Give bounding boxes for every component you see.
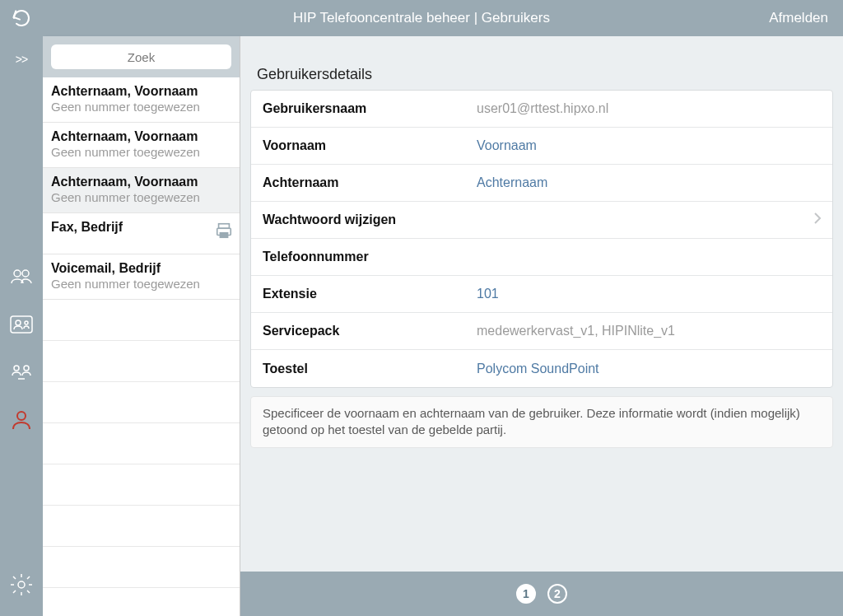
search-bar: [43, 36, 240, 77]
svg-point-1: [22, 270, 29, 277]
row-change-password[interactable]: Wachtwoord wijzigen: [251, 202, 832, 239]
list-item[interactable]: Fax, Bedrijf: [43, 213, 240, 254]
top-bar: HIP Telefooncentrale beheer | Gebruikers…: [0, 0, 843, 36]
search-input[interactable]: [51, 44, 231, 69]
pager-1[interactable]: 1: [516, 584, 536, 604]
row-phone: Telefoonnummer: [251, 239, 832, 276]
row-label: Extensie: [263, 287, 477, 301]
row-username: Gebruikersnaam user01@rttest.hipxo.nl: [251, 91, 832, 128]
nav-settings[interactable]: [8, 572, 35, 601]
row-label: Gebruikersnaam: [263, 101, 477, 116]
list-item-empty: [43, 464, 240, 506]
row-label: Achternaam: [263, 175, 477, 190]
list-item-empty: [43, 300, 240, 341]
row-label: Wachtwoord wijzigen: [263, 212, 821, 227]
svg-rect-2: [11, 316, 32, 333]
list-item-sub: Geen nummer toegewezen: [51, 145, 231, 159]
list-item[interactable]: Voicemail, Bedrijf Geen nummer toegeweze…: [43, 254, 240, 300]
svg-point-0: [14, 270, 21, 277]
detail-pane: Gebruikersdetails Gebruikersnaam user01@…: [240, 36, 843, 616]
refresh-icon: [12, 8, 31, 28]
chevron-right-icon: [813, 212, 822, 228]
fax-icon: [215, 222, 233, 243]
list-item-title: Voicemail, Bedrijf: [51, 261, 231, 276]
svg-point-5: [14, 366, 19, 371]
collapse-sidebar-button[interactable]: >>: [16, 53, 27, 66]
svg-point-8: [18, 581, 25, 588]
hint-text: Specificeer de voornaam en achternaam va…: [250, 396, 833, 448]
row-label: Servicepack: [263, 324, 477, 338]
list-item-empty: [43, 547, 240, 588]
nav-user-active[interactable]: [8, 407, 35, 436]
list-item-empty: [43, 506, 240, 547]
row-device[interactable]: Toestel Polycom SoundPoint: [251, 350, 832, 387]
nav-groups[interactable]: [8, 264, 35, 293]
logout-link[interactable]: Afmelden: [769, 10, 843, 26]
list-item[interactable]: Achternaam, Voornaam Geen nummer toegewe…: [43, 77, 240, 123]
svg-point-6: [24, 366, 29, 371]
refresh-button[interactable]: [0, 0, 43, 36]
row-servicepack: Servicepack medewerkervast_v1, HIPINlite…: [251, 313, 832, 350]
sidebar: Achternaam, Voornaam Geen nummer toegewe…: [43, 36, 240, 616]
contacts-icon: [8, 311, 35, 338]
svg-rect-11: [220, 233, 227, 238]
row-lastname[interactable]: Achternaam Achternaam: [251, 165, 832, 202]
list-item-empty: [43, 382, 240, 423]
row-extension: Extensie 101: [251, 276, 832, 313]
pager-footer: 1 2: [240, 572, 843, 616]
list-item-title: Fax, Bedrijf: [51, 220, 231, 235]
group-icon: [8, 264, 35, 290]
list-item-empty: [43, 341, 240, 382]
list-item-empty: [43, 588, 240, 616]
svg-point-3: [16, 320, 21, 325]
detail-card: Gebruikersnaam user01@rttest.hipxo.nl Vo…: [250, 90, 833, 388]
row-value: medewerkervast_v1, HIPINlite_v1: [477, 324, 675, 338]
svg-point-7: [17, 412, 26, 420]
user-list[interactable]: Achternaam, Voornaam Geen nummer toegewe…: [43, 77, 240, 616]
row-value: Polycom SoundPoint: [477, 362, 599, 376]
list-item-title: Achternaam, Voornaam: [51, 84, 231, 99]
list-item-title: Achternaam, Voornaam: [51, 129, 231, 144]
pager-2[interactable]: 2: [547, 584, 567, 604]
svg-rect-9: [219, 224, 230, 229]
user-icon: [8, 407, 35, 433]
gear-icon: [8, 572, 35, 598]
section-title: Gebruikersdetails: [240, 36, 843, 90]
list-item-sub: Geen nummer toegewezen: [51, 277, 231, 291]
list-item[interactable]: Achternaam, Voornaam Geen nummer toegewe…: [43, 123, 240, 168]
nav-rail: >>: [0, 36, 43, 616]
row-value: Voornaam: [477, 138, 537, 153]
list-item-empty: [43, 423, 240, 464]
row-value: user01@rttest.hipxo.nl: [477, 101, 608, 116]
row-value: Achternaam: [477, 175, 547, 190]
svg-point-4: [25, 321, 28, 324]
row-label: Voornaam: [263, 138, 477, 153]
nav-contacts[interactable]: [8, 311, 35, 341]
nav-team[interactable]: [8, 359, 35, 389]
row-firstname[interactable]: Voornaam Voornaam: [251, 128, 832, 165]
team-icon: [8, 359, 35, 385]
list-item-sub: Geen nummer toegewezen: [51, 100, 231, 114]
row-label: Toestel: [263, 362, 477, 376]
page-title: HIP Telefooncentrale beheer | Gebruikers: [0, 10, 843, 26]
list-item-sub: Geen nummer toegewezen: [51, 190, 231, 204]
row-value: 101: [477, 287, 499, 301]
list-item-title: Achternaam, Voornaam: [51, 175, 231, 189]
list-item-selected[interactable]: Achternaam, Voornaam Geen nummer toegewe…: [43, 168, 240, 213]
row-label: Telefoonnummer: [263, 250, 477, 264]
